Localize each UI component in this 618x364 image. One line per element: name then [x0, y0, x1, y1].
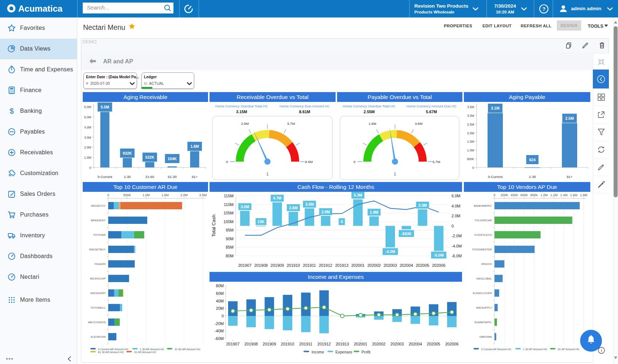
svg-text:201912: 201912 [319, 263, 332, 268]
svg-text:2.9M: 2.9M [241, 122, 249, 126]
svg-text:201912: 201912 [317, 342, 331, 346]
svg-text:200K: 200K [501, 193, 508, 197]
svg-text:1.6M: 1.6M [570, 193, 578, 197]
svg-text:201909: 201909 [270, 263, 284, 268]
svg-text:80M: 80M [216, 284, 224, 288]
svg-text:TOYONEILL: TOYONEILL [90, 306, 106, 309]
svg-text:40M: 40M [216, 299, 224, 303]
svg-text:60M: 60M [216, 291, 224, 296]
svg-text:8.61M: 8.61M [299, 110, 310, 114]
svg-text:95M: 95M [226, 228, 234, 232]
svg-text:23K: 23K [258, 219, 265, 224]
svg-text:202002: 202002 [367, 263, 381, 268]
svg-text:WIDGETBUY: WIDGETBUY [89, 248, 106, 251]
svg-text:2.0M: 2.0M [180, 193, 188, 197]
svg-text:2.0M: 2.0M [467, 131, 474, 135]
svg-text:Home Currency Overdue Total HC: Home Currency Overdue Total HC [215, 104, 268, 108]
svg-text:0: 0 [222, 314, 224, 318]
svg-text:8.6M: 8.6M [305, 160, 313, 164]
svg-text:1: 1 [266, 172, 269, 176]
svg-text:Income and Expenses: Income and Expenses [308, 274, 364, 280]
svg-text:201907: 201907 [226, 342, 240, 346]
svg-text:202006: 202006 [445, 342, 459, 346]
svg-text:Income: Income [312, 350, 324, 354]
svg-text:600K: 600K [520, 193, 528, 197]
svg-text:Home Currency Due Amount HC: Home Currency Due Amount HC [279, 104, 330, 108]
svg-text:2.5M: 2.5M [467, 123, 474, 126]
svg-text:TOYSTAR: TOYSTAR [93, 233, 106, 237]
svg-text:0-Current: 0-Current [98, 175, 112, 179]
svg-text:MICROCHIP: MICROCHIP [90, 277, 106, 280]
svg-text:201911: 201911 [303, 263, 316, 268]
svg-text:5.0M: 5.0M [84, 115, 91, 119]
svg-text:0: 0 [226, 160, 228, 164]
svg-text:FOODWESTER: FOODWESTER [472, 248, 492, 251]
svg-text:201911: 201911 [299, 342, 312, 346]
svg-text:0: 0 [89, 166, 91, 170]
svg-text:ABCSTUDIOS: ABCSTUDIOS [88, 321, 106, 324]
svg-text:1.5M: 1.5M [161, 193, 169, 197]
svg-text:31-60: 31-60 [145, 175, 154, 179]
svg-text:Receivable Overdue vs Total: Receivable Overdue vs Total [236, 94, 308, 100]
svg-text:4.0M: 4.0M [451, 204, 460, 208]
svg-text:0: 0 [107, 193, 109, 197]
svg-text:202006: 202006 [432, 263, 446, 268]
svg-text:1.9M: 1.9M [368, 122, 376, 126]
svg-text:1 30 AP Amount HC: 1 30 AP Amount HC [523, 348, 547, 351]
svg-text:1-30: 1-30 [529, 175, 536, 179]
svg-text:0: 0 [353, 160, 355, 164]
svg-text:5.67M: 5.67M [426, 110, 437, 114]
svg-text:3.5M: 3.5M [305, 202, 314, 206]
svg-text:202005: 202005 [416, 263, 429, 268]
svg-text:1.0M: 1.0M [84, 156, 91, 159]
svg-text:-6.0M: -6.0M [451, 254, 462, 258]
svg-text:91+: 91+ [192, 175, 198, 179]
svg-text:1.5M: 1.5M [467, 140, 474, 143]
svg-text:-2.0M: -2.0M [451, 234, 462, 238]
svg-text:Profit: Profit [361, 350, 371, 354]
svg-text:3.0M: 3.0M [240, 205, 249, 209]
svg-text:Home Currency Amount Due HC: Home Currency Amount Due HC [406, 104, 457, 108]
svg-text:532K: 532K [145, 155, 154, 159]
svg-text:FDIAGRI: FDIAGRI [95, 262, 106, 266]
svg-text:201909: 201909 [263, 342, 276, 346]
svg-text:WIDGETCC: WIDGETCC [91, 204, 106, 207]
svg-text:2.8M: 2.8M [289, 206, 298, 210]
svg-text:0: 0 [451, 224, 454, 228]
svg-text:202002: 202002 [372, 342, 386, 346]
svg-text:1: 1 [394, 172, 396, 176]
svg-text:INDGLOBAL: INDGLOBAL [476, 277, 492, 280]
svg-text:DBROWN: DBROWN [480, 335, 492, 339]
svg-text:1.0M: 1.0M [540, 193, 548, 197]
svg-text:20M: 20M [216, 306, 224, 310]
svg-text:0-Current: 0-Current [488, 175, 502, 179]
svg-text:91 AP Amount HC: 91 AP Amount HC [558, 348, 580, 351]
svg-text:2.5M: 2.5M [199, 193, 207, 197]
svg-text:4.7M: 4.7M [273, 196, 282, 200]
svg-text:201910: 201910 [287, 263, 300, 268]
svg-text:201910: 201910 [281, 342, 294, 346]
svg-text:105M: 105M [223, 211, 234, 215]
svg-text:2.55M: 2.55M [364, 110, 375, 114]
svg-text:104K: 104K [168, 157, 177, 161]
svg-text:202001: 202001 [354, 342, 367, 346]
svg-text:400K: 400K [511, 193, 518, 197]
svg-text:Aging Payable: Aging Payable [509, 94, 545, 100]
svg-text:85M: 85M [226, 245, 234, 249]
svg-text:Cash Flow - Rolling 12 Months: Cash Flow - Rolling 12 Months [297, 184, 374, 190]
svg-text:5.7M: 5.7M [287, 122, 295, 126]
svg-text:115M: 115M [224, 194, 234, 198]
svg-text:3.15M: 3.15M [236, 110, 247, 114]
svg-text:-5.0M: -5.0M [434, 253, 444, 257]
svg-text:202003: 202003 [390, 342, 404, 346]
svg-text:100M: 100M [223, 219, 234, 224]
svg-text:3.1M: 3.1M [491, 106, 500, 110]
svg-text:6.0M: 6.0M [451, 194, 460, 198]
svg-text:1.6M: 1.6M [191, 144, 199, 149]
svg-text:BANKAMERIC: BANKAMERIC [474, 204, 492, 207]
svg-text:6.0M: 6.0M [84, 105, 91, 109]
svg-text:202003: 202003 [384, 263, 397, 268]
svg-text:-20M: -20M [215, 321, 224, 326]
svg-text:i: i [601, 348, 602, 353]
svg-text:201907: 201907 [238, 263, 252, 268]
